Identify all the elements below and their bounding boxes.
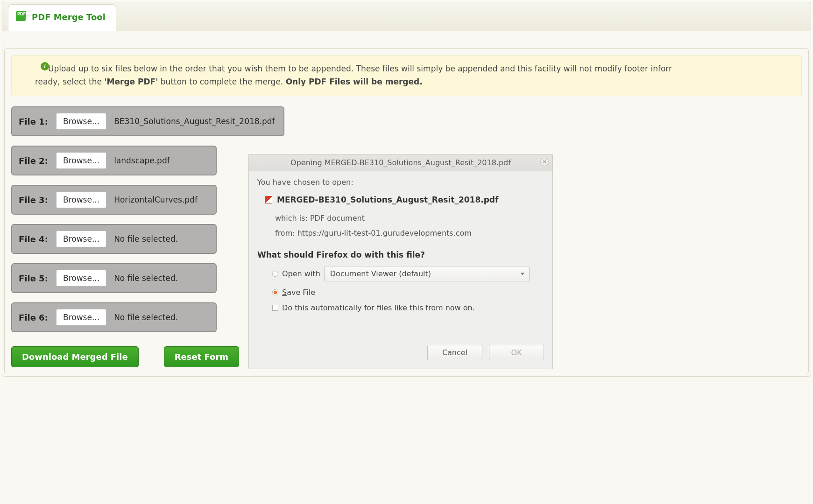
open-with-label: Open with [282,269,320,278]
file-slot-1: File 1: Browse... BE310_Solutions_August… [11,106,284,136]
pdf-icon [16,11,27,22]
cancel-button[interactable]: Cancel [427,345,482,360]
browse-button[interactable]: Browse... [56,309,106,326]
tab-label: PDF Merge Tool [32,12,106,22]
info-banner: i Upload up to six files below in the or… [11,55,802,96]
dialog-title: Opening MERGED-BE310_Solutions_August_Re… [290,158,511,167]
dialog-titlebar[interactable]: Opening MERGED-BE310_Solutions_August_Re… [249,154,552,171]
browse-button[interactable]: Browse... [56,191,106,208]
from-value: https://guru-lit-test-01.gurudevelopment… [297,229,472,238]
browse-button[interactable]: Browse... [56,152,106,169]
auto-option-row[interactable]: Do this automatically for files like thi… [272,303,544,312]
file-label: File 3: [19,195,49,205]
file-name: HorizontalCurves.pdf [114,195,198,204]
banner-text-2b: button to complete the merge. [158,77,285,86]
reset-form-button[interactable]: Reset Form [164,346,239,367]
file-label: File 2: [19,156,49,166]
auto-label: Do this automatically for files like thi… [282,303,475,312]
banner-text-1: Upload up to six files below in the orde… [48,64,672,73]
radio-open-with[interactable] [272,271,278,277]
file-name: BE310_Solutions_August_Resit_2018.pdf [114,117,275,126]
tab-strip: PDF Merge Tool [2,2,811,31]
checkbox-auto[interactable] [272,305,278,311]
application-select[interactable]: Document Viewer (default) [324,266,530,281]
file-label: File 5: [19,273,49,283]
file-name: No file selected. [114,273,178,283]
download-merged-button[interactable]: Download Merged File [11,346,139,367]
pdf-file-icon [265,196,272,203]
dialog-question: What should Firefox do with this file? [257,250,544,259]
file-slot-6: File 6: Browse... No file selected. [11,302,217,332]
tab-pdf-merge[interactable]: PDF Merge Tool [8,4,116,31]
file-slot-4: File 4: Browse... No file selected. [11,224,217,254]
file-slot-3: File 3: Browse... HorizontalCurves.pdf [11,185,217,215]
info-icon: i [41,62,49,70]
which-is-label: which is: [275,214,308,223]
banner-text-2a: ready, select the [35,77,104,86]
ok-button[interactable]: OK [489,345,544,360]
save-file-option[interactable]: Save File [272,288,544,297]
browse-button[interactable]: Browse... [56,270,106,287]
save-file-label: Save File [282,288,315,297]
file-name: landscape.pdf [114,156,170,165]
radio-save-file[interactable] [272,289,278,295]
browse-button[interactable]: Browse... [56,113,106,130]
file-slot-2: File 2: Browse... landscape.pdf [11,146,217,175]
banner-merge-bold: 'Merge PDF' [104,77,158,86]
file-label: File 4: [19,234,49,244]
close-icon[interactable]: × [540,158,549,166]
which-is-value: PDF document [310,214,365,223]
file-name: No file selected. [114,313,178,322]
download-dialog: Opening MERGED-BE310_Solutions_August_Re… [248,154,553,369]
dialog-chosen-text: You have chosen to open: [257,178,544,187]
file-name: No file selected. [114,234,178,244]
from-label: from: [275,229,295,238]
banner-only-pdf-bold: Only PDF Files will be merged. [286,77,423,86]
dialog-filename: MERGED-BE310_Solutions_August_Resit_2018… [277,195,498,204]
open-with-option[interactable]: Open with Document Viewer (default) [272,266,544,281]
file-label: File 1: [19,117,49,126]
browse-button[interactable]: Browse... [56,231,106,247]
file-slot-5: File 5: Browse... No file selected. [11,263,217,293]
file-label: File 6: [19,313,49,322]
